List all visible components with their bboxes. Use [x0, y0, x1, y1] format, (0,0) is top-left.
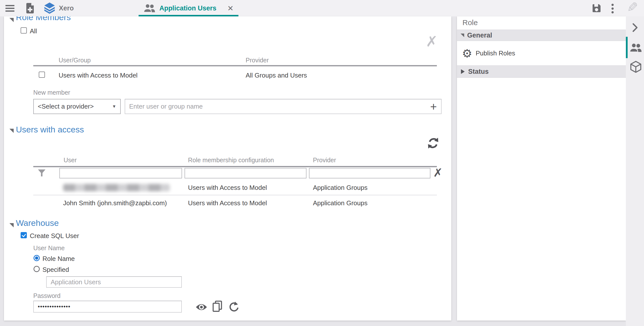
filter-input-user[interactable]	[59, 168, 182, 178]
panel-section-status[interactable]: Status	[457, 65, 626, 78]
remove-member-icon[interactable]: ✗	[426, 34, 438, 49]
edit-icon[interactable]: ✎	[627, 0, 638, 15]
project-switcher[interactable]: Xero	[44, 2, 74, 15]
add-member-icon[interactable]: +	[430, 100, 437, 113]
tab-close-icon[interactable]: ✕	[227, 4, 234, 13]
section-heading-role-members[interactable]: Role Members	[16, 17, 71, 22]
floppy-disk-glyph	[592, 3, 602, 13]
copy-icon	[212, 300, 222, 312]
radio-specified[interactable]	[34, 266, 40, 272]
row-user: John Smith (john.smith@zapbi.com)	[63, 199, 167, 207]
row-membership: Users with Access to Model	[188, 184, 267, 192]
specified-name-input[interactable]	[46, 276, 182, 288]
refresh-icon	[427, 137, 440, 150]
section-heading-warehouse[interactable]: Warehouse	[16, 218, 59, 228]
gear-icon: ⚙	[462, 48, 472, 59]
collapse-triangle-users-with-access[interactable]	[10, 129, 14, 133]
role-panel: Role General ⚙ Publish Roles Status	[457, 17, 626, 320]
cube-icon	[630, 61, 642, 73]
row-user-group: Users with Access to Model	[58, 72, 138, 79]
toolbar-users-button[interactable]	[630, 43, 642, 54]
row-membership: Users with Access to Model	[188, 199, 267, 207]
create-sql-user-checkbox[interactable]	[20, 232, 27, 238]
main-content: Role Members All ✗ User/Group Provider U…	[4, 17, 451, 320]
radio-role-name[interactable]	[34, 255, 40, 261]
expand-triangle-status	[461, 69, 465, 74]
regenerate-password-button[interactable]	[228, 301, 240, 313]
app-window: Xero Application Users ✕ ✎	[0, 0, 644, 326]
row-provider: All Groups and Users	[246, 72, 307, 79]
row-divider	[33, 195, 437, 195]
collapse-panel-button[interactable]	[632, 23, 638, 33]
password-label: Password	[33, 292, 60, 299]
status-section-label: Status	[468, 68, 489, 76]
user-name-label: User Name	[33, 244, 64, 252]
radio-specified-label: Specified	[42, 266, 69, 273]
refresh-users-button[interactable]	[427, 137, 440, 151]
toolbar-model-button[interactable]	[630, 61, 642, 74]
all-checkbox-label: All	[30, 27, 37, 35]
users-icon	[630, 43, 642, 53]
table2-header-divider	[33, 166, 437, 167]
column-header-provider[interactable]: Provider	[246, 57, 269, 64]
users-icon	[144, 4, 155, 13]
filter-input-membership[interactable]	[184, 168, 306, 178]
right-toolbar	[626, 17, 644, 326]
panel-item-publish-roles[interactable]: ⚙ Publish Roles	[457, 41, 626, 65]
filter-icon	[38, 169, 46, 178]
password-input[interactable]	[33, 301, 182, 312]
clear-filter-icon[interactable]: ✗	[433, 167, 443, 178]
create-sql-user-label: Create SQL User	[30, 232, 79, 240]
column-header-provider-2[interactable]: Provider	[313, 157, 336, 164]
row-provider: Application Groups	[313, 184, 368, 192]
tab-label: Application Users	[160, 5, 216, 12]
radio-role-name-label: Role Name	[42, 255, 75, 263]
column-header-user-group[interactable]: User/Group	[58, 57, 91, 64]
show-password-button[interactable]	[196, 303, 208, 312]
publish-roles-label: Publish Roles	[476, 50, 515, 57]
all-checkbox[interactable]	[20, 27, 27, 34]
new-member-label: New member	[33, 89, 70, 96]
hamburger-menu-icon[interactable]	[6, 5, 14, 12]
more-options-button[interactable]	[611, 4, 614, 15]
section-heading-users-with-access[interactable]: Users with access	[16, 125, 84, 134]
filter-input-provider[interactable]	[309, 168, 430, 178]
collapse-triangle-role-members[interactable]	[10, 18, 14, 22]
row-checkbox[interactable]	[39, 72, 45, 78]
tab-application-users[interactable]: Application Users ✕	[138, 0, 238, 17]
project-name: Xero	[59, 2, 74, 15]
copy-password-button[interactable]	[212, 300, 222, 313]
table-header-divider	[33, 65, 437, 66]
column-header-membership[interactable]: Role membership configuration	[188, 157, 274, 164]
document-plus-glyph	[25, 3, 35, 14]
row-provider: Application Groups	[313, 199, 368, 207]
provider-select[interactable]: <Select a provider> ▼	[33, 99, 121, 114]
collapse-triangle-warehouse[interactable]	[10, 223, 14, 227]
topbar: Xero Application Users ✕ ✎	[0, 0, 644, 17]
chevron-right-icon	[632, 23, 638, 32]
regenerate-icon	[228, 301, 240, 312]
panel-section-general[interactable]: General	[457, 30, 626, 41]
redacted-user-text	[63, 184, 170, 191]
new-document-icon[interactable]	[25, 3, 35, 15]
collapse-triangle-general	[460, 34, 464, 37]
eye-icon	[196, 303, 208, 311]
active-tool-indicator	[626, 37, 628, 58]
member-name-input[interactable]	[125, 99, 442, 114]
panel-title: Role	[462, 18, 478, 27]
provider-select-value: <Select a provider>	[38, 103, 94, 110]
save-button[interactable]	[592, 3, 602, 14]
column-header-user[interactable]: User	[64, 157, 77, 164]
chevron-down-icon: ▼	[112, 104, 116, 109]
general-section-label: General	[467, 32, 492, 39]
layers-icon	[44, 2, 56, 14]
